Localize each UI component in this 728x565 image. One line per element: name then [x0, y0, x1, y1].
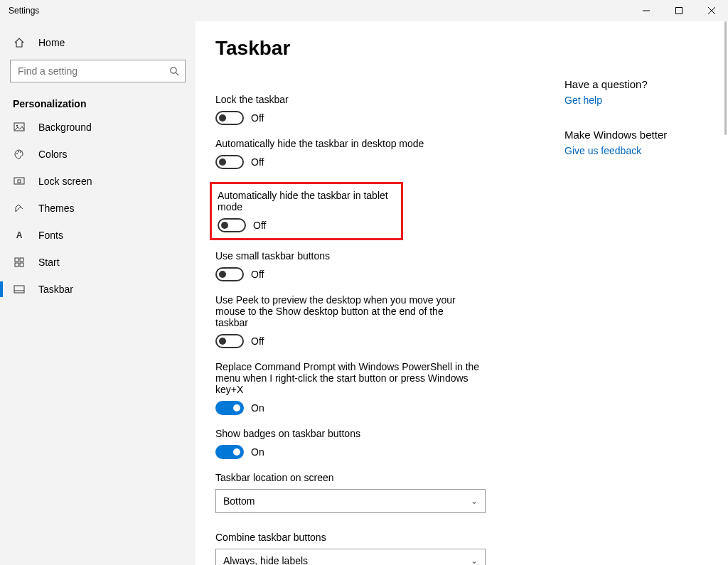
category-label: Personalization [0, 91, 196, 114]
search-icon [169, 66, 179, 76]
svg-rect-12 [18, 180, 21, 183]
select-value: Always, hide labels [223, 555, 308, 565]
setting-label: Use small taskbar buttons [215, 250, 571, 262]
toggle-peek[interactable] [215, 334, 244, 348]
palette-icon [13, 149, 26, 160]
toggle-lock-taskbar[interactable] [215, 111, 244, 125]
main-content[interactable]: Taskbar Lock the taskbar Off Automatical… [196, 21, 728, 565]
lock-screen-icon [13, 176, 26, 187]
svg-rect-16 [20, 263, 23, 267]
home-label: Home [38, 37, 65, 48]
setting-lock-taskbar: Lock the taskbar Off [215, 94, 571, 125]
setting-label: Taskbar location on screen [215, 472, 571, 483]
toggle-state: Off [251, 335, 264, 347]
maximize-button[interactable] [663, 0, 695, 21]
toggle-state: On [251, 402, 264, 414]
toggle-powershell[interactable] [215, 401, 244, 415]
link-give-feedback[interactable]: Give us feedback [564, 145, 707, 156]
select-value: Bottom [223, 495, 255, 507]
sidebar-item-taskbar[interactable]: Taskbar [0, 276, 196, 303]
svg-point-4 [171, 68, 176, 73]
toggle-hide-desktop[interactable] [215, 155, 244, 169]
scrollbar-thumb[interactable] [724, 21, 727, 135]
sidebar-item-label: Start [38, 257, 60, 268]
sidebar-item-label: Taskbar [38, 284, 73, 295]
svg-point-8 [16, 153, 18, 154]
setting-label: Replace Command Prompt with Windows Powe… [215, 361, 486, 395]
toggle-state: Off [253, 220, 266, 231]
select-combine-buttons[interactable]: Always, hide labels ⌄ [215, 549, 486, 565]
sidebar-item-colors[interactable]: Colors [0, 141, 196, 168]
sidebar-item-fonts[interactable]: A Fonts [0, 222, 196, 249]
setting-label: Use Peek to preview the desktop when you… [215, 294, 478, 328]
setting-badges: Show badges on taskbar buttons On [215, 428, 571, 459]
setting-location: Taskbar location on screen Bottom ⌄ [215, 472, 571, 513]
titlebar: Settings [0, 0, 728, 21]
sidebar-item-label: Background [38, 122, 92, 133]
body: Home Personalization Background Colors [0, 21, 728, 565]
sidebar-item-background[interactable]: Background [0, 114, 196, 141]
settings-window: Settings Home [0, 0, 728, 565]
toggle-small-buttons[interactable] [215, 267, 244, 281]
sidebar-item-label: Themes [38, 203, 75, 214]
setting-label: Combine taskbar buttons [215, 532, 571, 543]
svg-point-10 [20, 151, 21, 153]
search-input[interactable] [16, 65, 169, 77]
toggle-state: Off [251, 269, 264, 280]
setting-label: Automatically hide the taskbar in deskto… [215, 138, 571, 149]
svg-rect-17 [14, 286, 24, 293]
setting-peek: Use Peek to preview the desktop when you… [215, 294, 571, 348]
window-title: Settings [9, 6, 39, 16]
svg-line-5 [176, 72, 178, 75]
fonts-icon: A [13, 230, 26, 240]
sidebar-item-label: Colors [38, 149, 67, 160]
link-get-help[interactable]: Get help [564, 95, 707, 106]
search-box[interactable] [10, 60, 186, 82]
rail-question-heading: Have a question? [564, 78, 707, 90]
sidebar-item-label: Fonts [38, 230, 63, 241]
setting-combine: Combine taskbar buttons Always, hide lab… [215, 532, 571, 565]
svg-rect-15 [15, 263, 18, 267]
setting-hide-tablet: Automatically hide the taskbar in tablet… [218, 190, 401, 232]
start-icon [13, 257, 26, 268]
sidebar-item-start[interactable]: Start [0, 249, 196, 276]
sidebar: Home Personalization Background Colors [0, 21, 196, 565]
sidebar-item-label: Lock screen [38, 176, 92, 187]
rail-feedback-heading: Make Windows better [564, 129, 707, 141]
setting-powershell: Replace Command Prompt with Windows Powe… [215, 361, 571, 415]
highlighted-setting: Automatically hide the taskbar in tablet… [210, 182, 403, 240]
setting-small-buttons: Use small taskbar buttons Off [215, 250, 571, 281]
svg-rect-11 [14, 178, 24, 184]
close-button[interactable] [695, 0, 728, 21]
toggle-hide-tablet[interactable] [218, 218, 246, 232]
sidebar-item-themes[interactable]: Themes [0, 195, 196, 222]
select-taskbar-location[interactable]: Bottom ⌄ [215, 489, 486, 513]
svg-rect-14 [20, 258, 23, 262]
setting-label: Lock the taskbar [215, 94, 571, 105]
svg-point-9 [18, 151, 19, 153]
toggle-state: Off [251, 156, 264, 168]
svg-rect-13 [15, 258, 18, 262]
home-icon [13, 37, 26, 48]
page-title: Taskbar [215, 37, 708, 60]
setting-label: Show badges on taskbar buttons [215, 428, 571, 439]
setting-hide-desktop: Automatically hide the taskbar in deskto… [215, 138, 571, 169]
picture-icon [13, 122, 26, 133]
toggle-state: On [251, 446, 264, 458]
toggle-state: Off [251, 112, 264, 124]
taskbar-icon [13, 284, 26, 295]
chevron-down-icon: ⌄ [471, 556, 478, 565]
svg-point-7 [16, 125, 18, 127]
setting-label: Automatically hide the taskbar in tablet… [218, 190, 401, 212]
sidebar-item-lock-screen[interactable]: Lock screen [0, 168, 196, 195]
svg-rect-1 [676, 8, 682, 14]
home-button[interactable]: Home [0, 30, 196, 55]
themes-icon [13, 203, 26, 214]
toggle-badges[interactable] [215, 445, 244, 459]
chevron-down-icon: ⌄ [471, 496, 478, 506]
right-rail: Have a question? Get help Make Windows b… [564, 78, 707, 179]
minimize-button[interactable] [630, 0, 663, 21]
